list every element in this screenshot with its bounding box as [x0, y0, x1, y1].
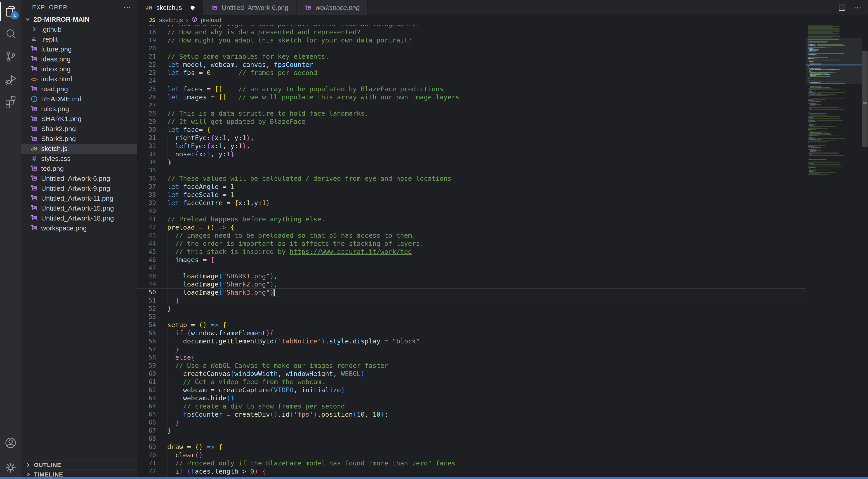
code-line-20[interactable]: 20 — [137, 44, 806, 53]
code-line-30[interactable]: 30let face= { — [137, 126, 806, 134]
code-editor[interactable]: 17// How and why might a data portrait d… — [137, 25, 806, 479]
code-line-69[interactable]: 69draw = () => { — [137, 443, 806, 451]
code-line-56[interactable]: 56 document.getElementById('TabNotice').… — [137, 337, 806, 345]
scrollbar-thumb[interactable] — [862, 51, 868, 147]
outline-section-header[interactable]: OUTLINE — [21, 460, 137, 470]
explorer-more-actions-button[interactable]: ⋯ — [123, 3, 132, 12]
code-line-64[interactable]: 64 // create a div to show frames per se… — [137, 402, 806, 410]
activity-run-debug-button[interactable] — [0, 68, 21, 90]
code-line-28[interactable]: 28// This is a data structure to hold fa… — [137, 109, 806, 118]
code-line-57[interactable]: 57 } — [137, 345, 806, 353]
code-line-17[interactable]: 17// How and why might a data portrait d… — [137, 25, 806, 28]
code-line-63[interactable]: 63 webcam.hide() — [137, 394, 806, 402]
breadcrumb[interactable]: JS sketch.js › preload — [137, 15, 868, 25]
code-line-21[interactable]: 21// Setup some variables for key elemen… — [137, 53, 806, 61]
code-line-68[interactable]: 68 — [137, 435, 806, 443]
file-item-Untitled_Artwork-18.png[interactable]: Untitled_Artwork-18.png — [21, 213, 137, 223]
file-item-rules.png[interactable]: rules.png — [21, 104, 137, 114]
code-line-34[interactable]: 34} — [137, 158, 806, 166]
code-line-61[interactable]: 61 // Get a video feed from the webcam. — [137, 378, 806, 386]
code-line-36[interactable]: 36// These values will be calculated / d… — [137, 174, 806, 183]
code-line-53[interactable]: 53 — [137, 313, 806, 321]
code-line-46[interactable]: 46 images = [ — [137, 256, 806, 264]
code-line-40[interactable]: 40 — [137, 207, 806, 215]
file-item-future.png[interactable]: future.png — [21, 44, 137, 54]
code-line-25[interactable]: 25let faces = [] // an array to be popul… — [137, 85, 806, 93]
file-item-Untitled_Artwork-11.png[interactable]: Untitled_Artwork-11.png — [21, 193, 137, 203]
split-editor-button[interactable] — [838, 4, 846, 12]
activity-settings-button[interactable] — [0, 456, 21, 479]
code-line-70[interactable]: 70 clear() — [137, 451, 806, 459]
code-line-45[interactable]: 45 // this stack is inspired by https://… — [137, 248, 806, 256]
file-item-Untitled_Artwork-9.png[interactable]: Untitled_Artwork-9.png — [21, 184, 137, 193]
code-line-59[interactable]: 59 // Use a WebGL Canvas to make our ima… — [137, 361, 806, 370]
code-line-18[interactable]: 18// How and why is data presented and r… — [137, 28, 806, 36]
code-line-49[interactable]: 49 loadImage("Shark2.png"), — [137, 280, 806, 288]
file-item-Shark3.png[interactable]: Shark3.png — [21, 134, 137, 144]
code-line-67[interactable]: 67} — [137, 426, 806, 435]
breadcrumb-symbol[interactable]: preload — [201, 17, 221, 24]
code-line-27[interactable]: 27 — [137, 101, 806, 109]
file-item-.github[interactable]: .github — [21, 24, 137, 34]
activity-explorer-button[interactable]: 1 — [0, 0, 21, 23]
code-line-26[interactable]: 26let images = [] // we will populate th… — [137, 93, 806, 101]
editor-scrollbar[interactable] — [862, 25, 868, 479]
workspace-root-folder[interactable]: 2D-MIRROR-MAIN — [21, 14, 137, 24]
code-line-65[interactable]: 65 fpsCounter = createDiv().id('fps').po… — [137, 410, 806, 418]
code-line-60[interactable]: 60 createCanvas(windowWidth, windowHeigh… — [137, 370, 806, 378]
code-line-72[interactable]: 72 if (faces.length > 0) { — [137, 467, 806, 475]
code-line-50[interactable]: 50 loadImage("Shark3.png") — [137, 288, 806, 296]
code-line-52[interactable]: 52} — [137, 305, 806, 313]
code-line-32[interactable]: 32 leftEye:{x:1, y:1}, — [137, 142, 806, 150]
code-line-42[interactable]: 42preload = () => { — [137, 223, 806, 231]
file-item-Untitled_Artwork-15.png[interactable]: Untitled_Artwork-15.png — [21, 203, 137, 213]
tab-Untitled_Artwork-6.png[interactable]: Untitled_Artwork-6.png — [203, 0, 297, 15]
code-line-48[interactable]: 48 loadImage("SHARK1.png"), — [137, 272, 806, 280]
activity-account-button[interactable] — [0, 432, 21, 454]
code-line-31[interactable]: 31 rightEye:{x:1, y:1}, — [137, 134, 806, 142]
code-line-41[interactable]: 41// Preload happens before anything els… — [137, 215, 806, 223]
activity-extensions-button[interactable] — [0, 90, 21, 113]
code-line-38[interactable]: 38let faceScale = 1 — [137, 191, 806, 199]
file-item-README.md[interactable]: README.md — [21, 94, 137, 104]
file-item-SHARK1.png[interactable]: SHARK1.png — [21, 114, 137, 124]
tab-workspace.png[interactable]: workspace.png — [297, 0, 368, 15]
file-item-Untitled_Artwork-6.png[interactable]: Untitled_Artwork-6.png — [21, 173, 137, 184]
code-line-58[interactable]: 58 else{ — [137, 353, 806, 361]
code-line-47[interactable]: 47 — [137, 264, 806, 272]
code-line-71[interactable]: 71 // Proceed only if the BlazeFace mode… — [137, 459, 806, 467]
code-line-39[interactable]: 39let faceCentre = {x:1,y:1} — [137, 199, 806, 207]
code-line-35[interactable]: 35 — [137, 166, 806, 174]
code-line-33[interactable]: 33 nose:{x:1, y:1} — [137, 150, 806, 158]
code-line-44[interactable]: 44 // the order is important as it affec… — [137, 240, 806, 248]
code-line-62[interactable]: 62 webcam = createCapture(VIDEO, initial… — [137, 386, 806, 394]
file-item-.replit[interactable]: .replit — [21, 34, 137, 44]
file-item-inbox.png[interactable]: inbox.png — [21, 64, 137, 74]
code-line-29[interactable]: 29// It will get updated by BlazeFace — [137, 118, 806, 126]
code-line-23[interactable]: 23let fps = 0 // frames per second — [137, 69, 806, 77]
minimap[interactable] — [806, 25, 862, 479]
editor-more-actions-button[interactable]: ⋯ — [854, 3, 862, 12]
code-line-54[interactable]: 54setup = () => { — [137, 321, 806, 329]
activity-source-control-button[interactable] — [0, 45, 21, 68]
tab-sketch.js[interactable]: JSsketch.js — [137, 0, 203, 15]
unsaved-changes-dot[interactable] — [191, 6, 195, 10]
file-item-read.png[interactable]: read.png — [21, 84, 137, 94]
file-item-ted.png[interactable]: ted.png — [21, 164, 137, 173]
file-item-workspace.png[interactable]: workspace.png — [21, 223, 137, 233]
activity-search-button[interactable] — [0, 23, 21, 45]
file-item-index.html[interactable]: <>index.html — [21, 74, 137, 84]
file-item-sketch.js[interactable]: JSsketch.js — [21, 144, 137, 154]
code-line-22[interactable]: 22let model, webcam, canvas, fpsCounter — [137, 61, 806, 69]
breadcrumb-file[interactable]: sketch.js — [159, 17, 183, 24]
file-item-Shark2.png[interactable]: Shark2.png — [21, 124, 137, 134]
file-item-ideas.png[interactable]: ideas.png — [21, 54, 137, 64]
code-line-51[interactable]: 51 ] — [137, 296, 806, 305]
code-line-55[interactable]: 55 if (window.frameElement){ — [137, 329, 806, 337]
code-line-19[interactable]: 19// How might you adapt this sketch for… — [137, 36, 806, 44]
file-item-styles.css[interactable]: #styles.css — [21, 154, 137, 164]
code-line-37[interactable]: 37let faceAngle = 1 — [137, 183, 806, 191]
code-line-24[interactable]: 24 — [137, 77, 806, 85]
code-line-66[interactable]: 66 } — [137, 418, 806, 426]
code-line-43[interactable]: 43 // images need to be preloaded so tha… — [137, 231, 806, 240]
